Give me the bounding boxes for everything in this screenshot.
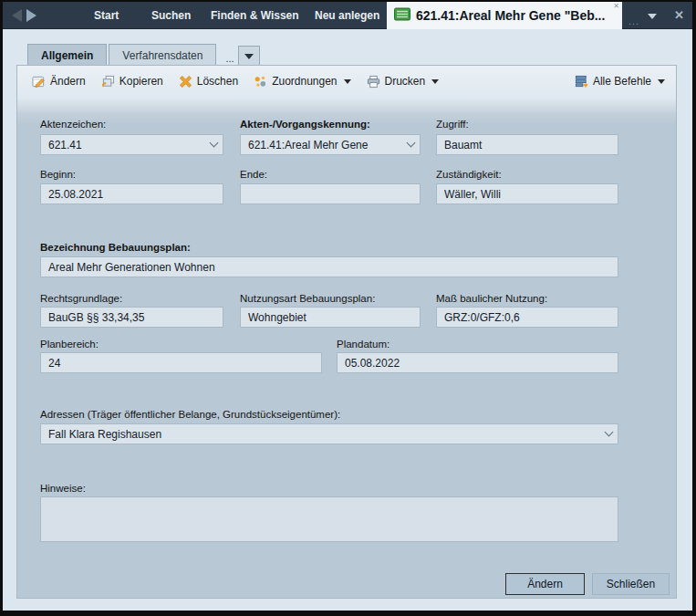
alle-befehle-label: Alle Befehle xyxy=(593,75,651,88)
zustaendigkeit-input[interactable] xyxy=(444,188,612,201)
hinweise-label: Hinweise: xyxy=(40,483,86,494)
zugriff-label: Zugriff: xyxy=(436,119,469,130)
nodes-icon xyxy=(254,75,267,89)
adressen-input[interactable] xyxy=(48,428,606,441)
back-arrow-icon[interactable] xyxy=(12,9,22,22)
tabstrip-dropdown[interactable] xyxy=(238,46,260,66)
form-tabstrip: Allgemein Verfahrensdaten ... xyxy=(27,44,260,66)
chevron-down-icon[interactable] xyxy=(210,139,219,148)
schliessen-footer-label: Schließen xyxy=(607,578,655,590)
nutzungsart-field[interactable] xyxy=(240,307,421,328)
schliessen-footer-button[interactable]: Schließen xyxy=(592,573,670,595)
chevron-down-icon[interactable] xyxy=(407,139,416,148)
chevron-down-icon xyxy=(658,79,665,84)
beginn-field[interactable] xyxy=(40,183,223,204)
mass-label: Maß baulicher Nutzung: xyxy=(436,293,547,304)
application-window: Start Suchen Finden & Wissen Neu anlegen… xyxy=(0,0,696,616)
chevron-down-icon xyxy=(344,79,351,84)
tab-close-icon[interactable]: ✕ xyxy=(613,3,619,10)
tab-list-dropdown-icon[interactable] xyxy=(648,14,657,19)
plandatum-input[interactable] xyxy=(345,357,612,370)
document-tab-title: 621.41:Areal Mehr Gene "Beb... xyxy=(416,8,605,23)
history-nav xyxy=(12,2,36,29)
bezeichnung-field[interactable] xyxy=(40,256,618,277)
alle-befehle-button[interactable]: Alle Befehle xyxy=(575,75,665,89)
hinweise-textarea[interactable] xyxy=(40,496,618,542)
window-close-icon[interactable]: ✕ xyxy=(674,8,684,22)
mass-field[interactable] xyxy=(436,307,618,328)
toolbar: Ändern Kopieren xyxy=(32,72,665,90)
drucken-button[interactable]: Drucken xyxy=(367,75,440,89)
planbereich-field[interactable] xyxy=(40,352,322,373)
kennung-label: Akten-/Vorgangskennung: xyxy=(240,119,370,130)
form-panel: Ändern Kopieren xyxy=(16,65,677,599)
zuordnungen-label: Zuordnungen xyxy=(272,75,337,88)
bezeichnung-label: Bezeichnung Bebauungsplan: xyxy=(40,242,191,253)
rechtsgrundlage-input[interactable] xyxy=(48,311,217,324)
kopieren-button[interactable]: Kopieren xyxy=(101,75,163,89)
aktenzeichen-input[interactable] xyxy=(48,139,211,151)
ende-label: Ende: xyxy=(240,169,267,180)
chevron-down-icon[interactable] xyxy=(605,428,614,437)
zustaendigkeit-label: Zuständigkeit: xyxy=(436,169,502,180)
tab-verfahrensdaten[interactable]: Verfahrensdaten xyxy=(109,44,216,66)
green-folder-icon xyxy=(394,7,410,25)
zugriff-input[interactable] xyxy=(444,139,612,151)
rechtsgrundlage-label: Rechtsgrundlage: xyxy=(40,293,122,304)
plandatum-label: Plandatum: xyxy=(337,339,390,350)
kennung-combobox[interactable] xyxy=(240,134,421,155)
kennung-input[interactable] xyxy=(248,139,408,151)
document-tab[interactable]: 621.41:Areal Mehr Gene "Beb... ✕ xyxy=(387,2,622,29)
menu-start[interactable]: Start xyxy=(94,2,119,29)
beginn-label: Beginn: xyxy=(40,169,76,180)
bezeichnung-input[interactable] xyxy=(48,261,612,274)
edit-icon xyxy=(32,75,46,89)
kopieren-label: Kopieren xyxy=(119,75,163,88)
zugriff-field[interactable] xyxy=(436,134,618,155)
beginn-input[interactable] xyxy=(48,188,217,201)
forward-arrow-icon[interactable] xyxy=(26,9,36,22)
nutzungsart-input[interactable] xyxy=(248,311,414,324)
zustaendigkeit-field[interactable] xyxy=(436,183,618,204)
tab-allgemein[interactable]: Allgemein xyxy=(27,44,107,66)
planbereich-label: Planbereich: xyxy=(40,339,99,350)
zuordnungen-button[interactable]: Zuordnungen xyxy=(254,75,350,89)
menu-suchen[interactable]: Suchen xyxy=(151,2,191,29)
planbereich-input[interactable] xyxy=(48,357,316,370)
adressen-combobox[interactable] xyxy=(40,423,618,444)
nutzungsart-label: Nutzungsart Bebauungsplan: xyxy=(240,293,375,304)
aktenzeichen-label: Aktenzeichen: xyxy=(40,119,106,130)
delete-x-icon xyxy=(179,75,192,89)
aendern-button[interactable]: Ändern xyxy=(32,75,86,89)
chevron-down-icon xyxy=(244,54,254,59)
aendern-footer-button[interactable]: Ändern xyxy=(505,573,585,595)
menu-neu-anlegen[interactable]: Neu anlegen xyxy=(315,2,379,29)
adressen-label: Adressen (Träger öffentlicher Belange, G… xyxy=(40,409,340,420)
copy-icon xyxy=(101,75,115,89)
aendern-label: Ändern xyxy=(50,75,86,88)
tabstrip-overflow-ellipsis[interactable]: ... xyxy=(225,53,234,64)
chevron-down-icon xyxy=(431,79,439,84)
ende-input[interactable] xyxy=(248,188,414,201)
loeschen-label: Löschen xyxy=(197,75,238,88)
mass-input[interactable] xyxy=(444,311,612,324)
menu-finden-wissen[interactable]: Finden & Wissen xyxy=(211,2,299,29)
tab-overflow-ellipsis[interactable]: ... xyxy=(628,16,639,26)
loeschen-button[interactable]: Löschen xyxy=(179,75,238,89)
command-list-icon xyxy=(575,75,588,89)
ende-field[interactable] xyxy=(240,183,421,204)
top-menu-bar: Start Suchen Finden & Wissen Neu anlegen… xyxy=(3,2,692,29)
rechtsgrundlage-field[interactable] xyxy=(40,307,223,328)
plandatum-field[interactable] xyxy=(337,352,618,373)
aktenzeichen-combobox[interactable] xyxy=(40,134,223,155)
printer-icon xyxy=(367,75,380,89)
aendern-footer-label: Ändern xyxy=(527,578,563,590)
drucken-label: Drucken xyxy=(385,75,426,88)
